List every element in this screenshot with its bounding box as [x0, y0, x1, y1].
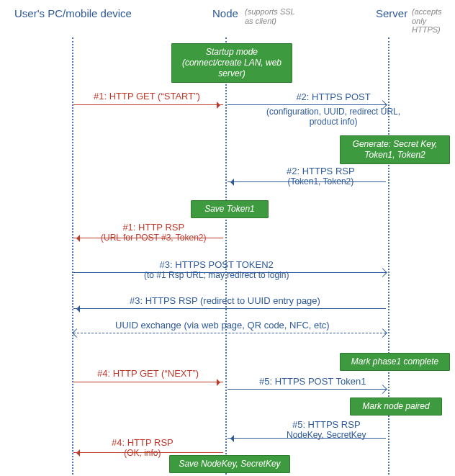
- lifeline-node: [225, 37, 227, 476]
- msg-uuid: UUID exchange (via web page, QR code, NF…: [115, 320, 330, 331]
- state-save-nodekey: Save NodeKey, SecretKey: [169, 455, 290, 473]
- msg-m5r: #5: HTTPS RSP NodeKey, SecretKey: [287, 419, 366, 440]
- lane-node-sub: (supports SSL as client): [245, 7, 295, 25]
- state-node-paired: Mark node paired: [350, 398, 442, 416]
- lane-node-title: Node: [212, 7, 238, 19]
- msg-m2r: #2: HTTPS RSP (Token1, Token2): [287, 166, 355, 187]
- lane-server-sub: (accepts only HTTPS): [412, 7, 455, 35]
- sequence-diagram: User's PC/mobile device Node (supports S…: [0, 0, 455, 476]
- arrow-m5: [227, 389, 386, 390]
- arrow-m4: [73, 382, 223, 382]
- msg-m4r: #4: HTTP RSP (OK, info): [112, 437, 174, 458]
- state-startup: Startup mode (connect/create LAN, web se…: [171, 43, 292, 83]
- arrow-uuid: [73, 333, 386, 333]
- lane-user-title: User's PC/mobile device: [14, 7, 132, 19]
- state-save-token1: Save Token1: [191, 200, 269, 218]
- msg-m2: #2: HTTPS POST (configuration, UUID, red…: [266, 91, 400, 127]
- arrow-m1: [73, 104, 223, 105]
- msg-m5: #5: HTTPS POST Token1: [259, 376, 366, 387]
- msg-m1r: #1: HTTP RSP (URL for POST #3, Token2): [101, 222, 207, 243]
- msg-m4: #4: HTTP GET (“NEXT”): [97, 368, 199, 379]
- arrow-m3r: [73, 308, 386, 309]
- msg-m3: #3: HTTPS POST TOKEN2 (to #1 Rsp URL; ma…: [144, 259, 289, 280]
- msg-m1: #1: HTTP GET (“START”): [94, 91, 200, 102]
- state-phase1-complete: Mark phase1 complete: [340, 353, 450, 371]
- lane-server-title: Server: [376, 7, 407, 19]
- msg-m3r: #3: HTTPS RSP (redirect to UUID entry pa…: [130, 295, 320, 306]
- state-generate-keys: Generate: Secret Key, Token1, Token2: [340, 135, 450, 164]
- lifeline-user: [72, 37, 73, 476]
